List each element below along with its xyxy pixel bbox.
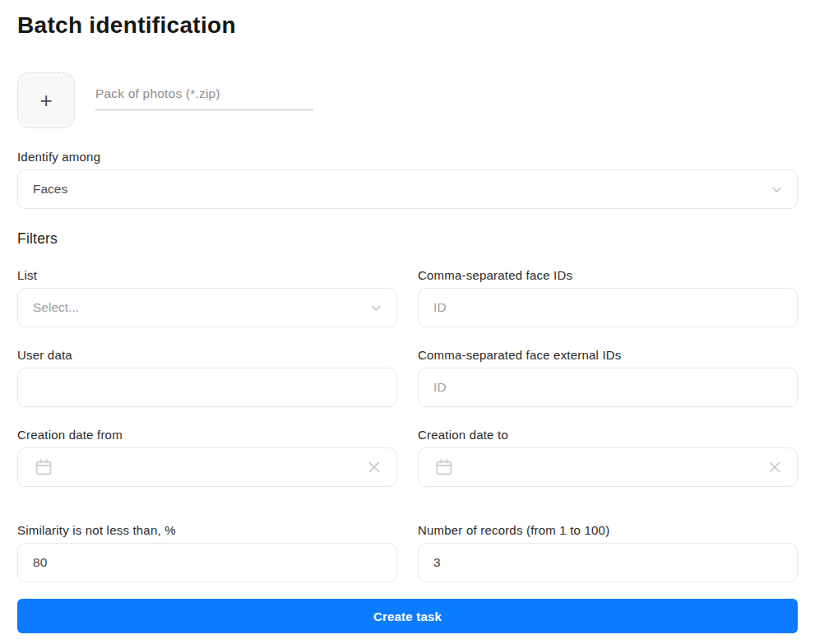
page-title: Batch identification <box>17 12 798 39</box>
face-external-ids-field: Comma-separated face external IDs <box>418 348 798 407</box>
chevron-down-icon <box>369 301 383 315</box>
face-ids-input[interactable] <box>433 289 784 327</box>
creation-date-to-label: Creation date to <box>418 428 798 442</box>
list-field: List Select... <box>17 268 397 327</box>
records-input[interactable] <box>433 544 784 581</box>
face-external-ids-label: Comma-separated face external IDs <box>418 348 798 362</box>
creation-date-to-input-wrap[interactable] <box>418 447 798 487</box>
creation-date-to-input[interactable] <box>465 448 766 486</box>
creation-date-from-field: Creation date from <box>17 428 397 487</box>
upload-underline <box>95 109 313 111</box>
upload-field-label: Pack of photos (*.zip) <box>95 86 313 101</box>
filters-heading: Filters <box>17 230 798 248</box>
filters-row-4: Similarity is not less than, % Number of… <box>17 523 798 582</box>
chevron-down-icon <box>770 183 784 197</box>
identify-among-value: Faces <box>33 182 770 197</box>
calendar-icon <box>433 456 455 478</box>
identify-among-field: Identify among Faces <box>17 150 798 209</box>
similarity-label: Similarity is not less than, % <box>17 523 397 537</box>
user-data-input-wrap <box>17 368 397 407</box>
batch-identification-page: Batch identification + Pack of photos (*… <box>17 12 798 633</box>
identify-among-select[interactable]: Faces <box>17 169 798 209</box>
calendar-icon <box>33 456 54 478</box>
filters-row-2: User data Comma-separated face external … <box>17 348 798 407</box>
face-external-ids-input-wrap <box>418 368 798 407</box>
clear-x-icon[interactable] <box>365 458 383 476</box>
clear-x-icon[interactable] <box>766 458 784 476</box>
list-label: List <box>17 268 397 282</box>
filters-row-3: Creation date from Creation date to <box>17 428 798 487</box>
similarity-input[interactable] <box>33 544 383 581</box>
creation-date-from-label: Creation date from <box>17 428 397 442</box>
records-label: Number of records (from 1 to 100) <box>418 523 798 537</box>
upload-field[interactable]: Pack of photos (*.zip) <box>95 72 313 111</box>
records-input-wrap <box>418 543 798 582</box>
creation-date-from-input[interactable] <box>64 448 365 486</box>
user-data-input[interactable] <box>33 368 383 406</box>
identify-among-label: Identify among <box>17 150 798 164</box>
face-ids-field: Comma-separated face IDs <box>418 268 798 327</box>
user-data-label: User data <box>17 348 397 362</box>
face-ids-input-wrap <box>418 288 798 327</box>
face-ids-label: Comma-separated face IDs <box>418 268 798 282</box>
face-external-ids-input[interactable] <box>433 368 784 406</box>
similarity-field: Similarity is not less than, % <box>17 523 397 582</box>
upload-section: + Pack of photos (*.zip) <box>17 72 798 128</box>
list-select-placeholder: Select... <box>33 300 369 315</box>
user-data-field: User data <box>17 348 397 407</box>
filters-row-1: List Select... Comma-separated face IDs <box>17 268 798 327</box>
plus-icon: + <box>39 90 52 111</box>
similarity-input-wrap <box>17 543 397 582</box>
create-task-button[interactable]: Create task <box>17 599 798 633</box>
list-select[interactable]: Select... <box>17 288 397 327</box>
records-field: Number of records (from 1 to 100) <box>418 523 798 582</box>
creation-date-from-input-wrap[interactable] <box>17 447 397 487</box>
creation-date-to-field: Creation date to <box>418 428 798 487</box>
add-photos-upload-button[interactable]: + <box>17 72 75 128</box>
